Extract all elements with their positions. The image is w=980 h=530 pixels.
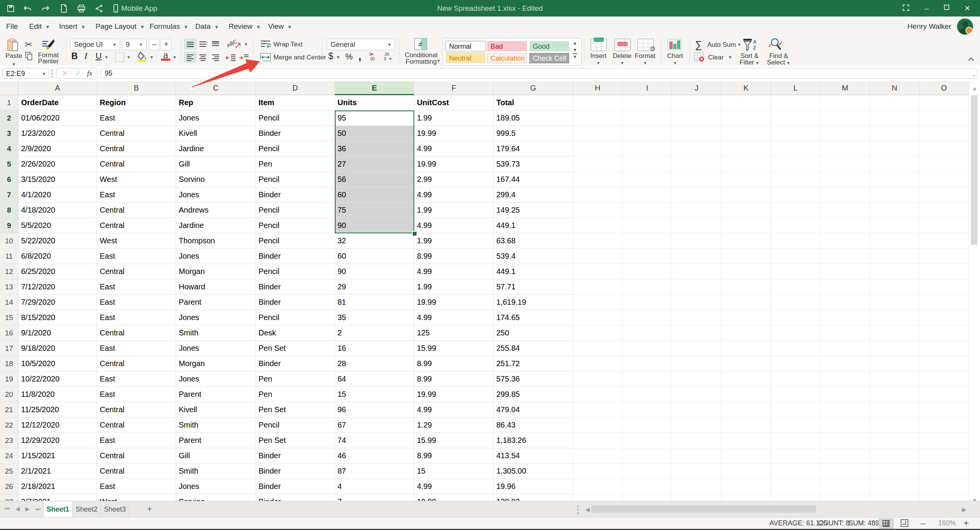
cell-I13[interactable] bbox=[623, 279, 672, 295]
cell-G8[interactable]: 149.25 bbox=[494, 203, 573, 218]
menu-view[interactable]: View▼ bbox=[268, 17, 292, 36]
cell-M7[interactable] bbox=[820, 187, 870, 203]
cell-I25[interactable] bbox=[623, 464, 672, 479]
wrap-text-button[interactable]: Wrap Text bbox=[273, 41, 303, 48]
cell-J4[interactable] bbox=[672, 141, 721, 157]
cell-M16[interactable] bbox=[820, 325, 870, 341]
cell-G25[interactable]: 1,305.00 bbox=[494, 464, 573, 479]
underline-caret-icon[interactable]: ▼ bbox=[104, 55, 109, 59]
cell-I16[interactable] bbox=[623, 325, 672, 341]
cell-O23[interactable] bbox=[919, 433, 969, 448]
cell-D13[interactable]: Binder bbox=[256, 279, 335, 295]
cell-C2[interactable]: Jones bbox=[176, 111, 256, 126]
cell-K20[interactable] bbox=[721, 387, 771, 402]
cell-B21[interactable]: Central bbox=[97, 402, 176, 418]
cancel-entry-icon[interactable]: ✕ bbox=[62, 68, 68, 78]
column-header-I[interactable]: I bbox=[623, 81, 672, 95]
cell-D8[interactable]: Pencil bbox=[256, 203, 335, 218]
cell-D23[interactable]: Pen Set bbox=[256, 433, 335, 448]
cell-M2[interactable] bbox=[820, 111, 870, 126]
cell-D11[interactable]: Binder bbox=[256, 249, 335, 264]
align-right-button[interactable] bbox=[210, 52, 221, 62]
cell-A4[interactable]: 2/9/2020 bbox=[18, 141, 97, 157]
cell-J8[interactable] bbox=[672, 203, 721, 218]
cell-C17[interactable]: Jones bbox=[176, 341, 256, 356]
cell-M9[interactable] bbox=[820, 218, 870, 233]
formula-bar-expand-icon[interactable]: ⌄ bbox=[972, 71, 977, 78]
cell-O6[interactable] bbox=[919, 172, 969, 187]
cell-F25[interactable]: 15 bbox=[414, 464, 494, 479]
cell-C11[interactable]: Jones bbox=[176, 249, 256, 264]
row-header-20[interactable]: 20 bbox=[0, 387, 18, 402]
cell-J6[interactable] bbox=[672, 172, 721, 187]
cell-M3[interactable] bbox=[820, 126, 870, 141]
cell-O15[interactable] bbox=[919, 310, 969, 325]
conditional-formatting-button[interactable]: Conditional Formatting bbox=[402, 52, 440, 65]
cell-F26[interactable]: 4.99 bbox=[414, 479, 494, 494]
cell-B4[interactable]: Central bbox=[97, 141, 176, 157]
cell-F20[interactable]: 19.99 bbox=[414, 387, 494, 402]
cell-E8[interactable]: 75 bbox=[335, 203, 414, 218]
cell-A25[interactable]: 2/1/2021 bbox=[18, 464, 97, 479]
cell-M27[interactable] bbox=[820, 494, 870, 501]
cell-O21[interactable] bbox=[919, 402, 969, 418]
cell-F8[interactable]: 1.99 bbox=[414, 203, 494, 218]
cell-F14[interactable]: 19.99 bbox=[414, 295, 494, 310]
cell-A17[interactable]: 9/18/2020 bbox=[18, 341, 97, 356]
cell-H23[interactable] bbox=[573, 433, 623, 448]
row-header-4[interactable]: 4 bbox=[0, 141, 18, 157]
cell-E22[interactable]: 67 bbox=[335, 418, 414, 433]
row-header-12[interactable]: 12 bbox=[0, 264, 18, 279]
cell-K7[interactable] bbox=[721, 187, 771, 203]
cell-G12[interactable]: 449.1 bbox=[494, 264, 573, 279]
cell-H22[interactable] bbox=[573, 418, 623, 433]
cell-H24[interactable] bbox=[573, 448, 623, 464]
cell-N16[interactable] bbox=[870, 325, 919, 341]
row-header-9[interactable]: 9 bbox=[0, 218, 18, 233]
cell-H9[interactable] bbox=[573, 218, 623, 233]
conditional-formatting-icon[interactable]: ≠ bbox=[414, 38, 427, 50]
cell-I24[interactable] bbox=[623, 448, 672, 464]
row-header-5[interactable]: 5 bbox=[0, 157, 18, 172]
cell-C3[interactable]: Kivell bbox=[176, 126, 256, 141]
cell-A11[interactable]: 6/8/2020 bbox=[18, 249, 97, 264]
cell-E20[interactable]: 15 bbox=[335, 387, 414, 402]
cell-F12[interactable]: 4.99 bbox=[414, 264, 494, 279]
menu-insert[interactable]: Insert▼ bbox=[59, 17, 86, 36]
cell-L5[interactable] bbox=[771, 157, 820, 172]
menu-data[interactable]: Data▼ bbox=[195, 17, 219, 36]
cell-N9[interactable] bbox=[870, 218, 919, 233]
menu-file[interactable]: File bbox=[6, 17, 18, 36]
cell-H2[interactable] bbox=[573, 111, 623, 126]
cell-K12[interactable] bbox=[721, 264, 771, 279]
cell-G13[interactable]: 57.71 bbox=[494, 279, 573, 295]
font-color-button[interactable]: a bbox=[161, 50, 170, 61]
column-header-K[interactable]: K bbox=[721, 81, 771, 95]
cell-M8[interactable] bbox=[820, 203, 870, 218]
cell-L8[interactable] bbox=[771, 203, 820, 218]
maximize-button[interactable] bbox=[942, 3, 952, 13]
cell-M13[interactable] bbox=[820, 279, 870, 295]
column-header-L[interactable]: L bbox=[771, 81, 820, 95]
cell-L9[interactable] bbox=[771, 218, 820, 233]
cell-H3[interactable] bbox=[573, 126, 623, 141]
cell-O18[interactable] bbox=[919, 356, 969, 371]
row-header-18[interactable]: 18 bbox=[0, 356, 18, 371]
font-size-select[interactable]: 9▼ bbox=[122, 39, 147, 50]
style-chip-normal[interactable]: Normal bbox=[446, 41, 486, 51]
cell-I10[interactable] bbox=[623, 233, 672, 249]
hscroll-left-icon[interactable]: ◀ bbox=[585, 506, 590, 513]
cell-L20[interactable] bbox=[771, 387, 820, 402]
decrease-decimal-button[interactable]: .000 bbox=[384, 52, 397, 61]
delete-cells-button[interactable]: Delete▼ bbox=[610, 53, 634, 66]
fx-icon[interactable]: fx bbox=[87, 68, 92, 78]
column-header-N[interactable]: N bbox=[870, 81, 919, 95]
merge-center-button[interactable]: Merge and Center bbox=[273, 54, 326, 61]
cell-N8[interactable] bbox=[870, 203, 919, 218]
row-header-16[interactable]: 16 bbox=[0, 325, 18, 341]
cell-O20[interactable] bbox=[919, 387, 969, 402]
cell-I20[interactable] bbox=[623, 387, 672, 402]
menu-edit[interactable]: Edit▼ bbox=[29, 17, 50, 36]
cell-B10[interactable]: West bbox=[97, 233, 176, 249]
column-header-A[interactable]: A bbox=[18, 81, 97, 95]
